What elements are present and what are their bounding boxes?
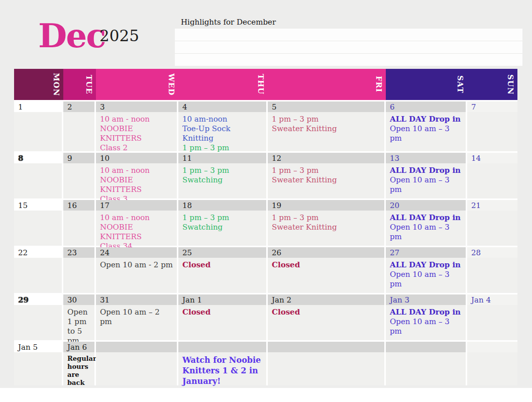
highlights-row: [175, 54, 522, 66]
day-events: [467, 352, 517, 385]
date-strip: 18: [178, 200, 266, 211]
day-cell: 181 pm – 3 pmSwatching: [178, 200, 268, 246]
highlights-panel: [175, 29, 522, 66]
week-row: 12310 am - noonNOOBIE KNITTERSClass 2410…: [14, 102, 517, 151]
day-events: [14, 163, 62, 198]
weekday-label: FRI: [374, 76, 383, 92]
date-label: 28: [471, 248, 481, 257]
weekday-header-thu: THU: [178, 69, 268, 100]
day-events: ALL DAY Drop inOpen 10 am – 3 pm: [386, 163, 466, 198]
date-label: 30: [67, 295, 77, 305]
event-line: 1 pm – 3 pm: [182, 143, 263, 153]
date-strip: Jan 4: [467, 294, 517, 305]
date-label: 29: [18, 295, 29, 305]
day-cell: 111 pm – 3 pmSwatching: [178, 153, 268, 198]
day-cell: 1010 am - noonNOOBIE KNITTERSClass 3: [96, 153, 178, 198]
day-events: [467, 305, 517, 340]
date-strip: [467, 342, 517, 352]
date-label: Jan 4: [471, 295, 491, 305]
day-events: [14, 352, 62, 385]
date-label: 2: [67, 103, 72, 112]
day-events: [63, 112, 94, 151]
day-cell: Watch for Noobie Knitters 1 & 2 in Janua…: [178, 342, 268, 385]
date-label: 24: [100, 248, 110, 257]
day-events: Closed: [268, 258, 384, 293]
day-events: Watch for Noobie Knitters 1 & 2 in Janua…: [178, 352, 266, 385]
day-cell: 410 am-noonToe-Up Sock Knitting1 pm – 3 …: [178, 102, 268, 151]
date-strip: 4: [178, 102, 266, 112]
day-events: ALL DAY Drop inOpen 10 am – 3 pm: [386, 112, 466, 151]
date-label: 31: [100, 295, 110, 305]
date-strip: 9: [63, 153, 94, 163]
date-label: 9: [67, 154, 72, 163]
date-label: 10: [100, 154, 110, 163]
date-strip: 24: [96, 247, 177, 258]
highlights-row: [175, 41, 522, 54]
date-label: 26: [272, 248, 281, 257]
date-strip: 29: [14, 294, 62, 305]
day-events: [96, 352, 177, 385]
event-line: 1 pm – 3 pm: [272, 166, 381, 175]
day-events: [63, 163, 94, 198]
date-strip: 15: [14, 200, 62, 211]
day-cell: Jan 1Closed: [178, 294, 268, 340]
day-events: Closed: [178, 258, 266, 293]
date-strip: 12: [268, 153, 384, 163]
day-events: [268, 352, 384, 385]
date-strip: Jan 6: [63, 342, 94, 352]
date-strip: 6: [386, 102, 466, 112]
event-line: Open 10 am – 3 pm: [390, 317, 463, 336]
event-line: Open 10 am – 3 pm: [390, 223, 463, 242]
day-events: [14, 211, 62, 246]
day-cell: 23: [63, 247, 96, 293]
date-strip: 23: [63, 247, 94, 258]
date-label: 11: [182, 154, 192, 163]
day-cell: 25Closed: [178, 247, 268, 293]
date-strip: 30: [63, 294, 94, 305]
weekday-header-sun: SUN: [467, 69, 517, 100]
day-events: ALL DAY Drop inOpen 10 am – 3 pm: [386, 305, 466, 340]
day-cell: 26Closed: [268, 247, 386, 293]
day-cell: 27ALL DAY Drop inOpen 10 am – 3 pm: [386, 247, 467, 293]
day-events: [14, 305, 62, 340]
date-label: 17: [100, 201, 110, 210]
day-events: [467, 163, 517, 198]
date-label: Jan 6: [67, 343, 87, 352]
date-label: 13: [390, 154, 399, 163]
weekday-header-wed: WED: [96, 69, 178, 100]
day-events: ALL DAY Drop inOpen 10 am – 3 pm: [386, 258, 466, 293]
day-events: 1 pm – 3 pmSwatching: [178, 211, 266, 246]
weekday-header-fri: FRI: [268, 69, 386, 100]
event-line: Closed: [272, 308, 381, 317]
event-line: Open 10 am - 2 pm: [100, 260, 174, 270]
date-label: 12: [272, 154, 281, 163]
date-strip: 27: [386, 247, 466, 258]
event-line: Class 2: [100, 143, 174, 153]
day-cell: 28: [467, 247, 517, 293]
week-row: 15161710 am - noonNOOBIE KNITTERSClass 3…: [14, 200, 517, 246]
event-line: 10 am-noon: [182, 115, 263, 124]
day-cell: 1: [14, 102, 63, 151]
event-line: Open 10 am – 3 pm: [390, 175, 463, 194]
event-line: Toe-Up Sock Knitting: [182, 124, 263, 143]
event-line: Sweater Knitting: [272, 223, 381, 232]
day-events: [14, 112, 62, 151]
day-events: [467, 211, 517, 246]
date-strip: 22: [14, 247, 62, 258]
day-cell: 9: [63, 153, 96, 198]
weekday-label: WED: [167, 73, 176, 95]
date-strip: 8: [14, 153, 62, 163]
weekday-label: SUN: [506, 74, 515, 95]
day-cell: 30Open 1 pm to 5 pm: [63, 294, 96, 340]
event-line: 1 pm – 3 pm: [272, 213, 381, 223]
day-events: Closed: [268, 305, 384, 340]
day-cell: 21: [467, 200, 517, 246]
date-label: 15: [18, 201, 28, 210]
event-line: 1 pm – 3 pm: [182, 213, 263, 223]
day-cell: [467, 342, 517, 385]
date-strip: 14: [467, 153, 517, 163]
day-cell: 16: [63, 200, 96, 246]
date-strip: [268, 342, 384, 352]
event-line: Sweater Knitting: [272, 175, 381, 185]
event-line: Sweater Knitting: [272, 124, 381, 134]
